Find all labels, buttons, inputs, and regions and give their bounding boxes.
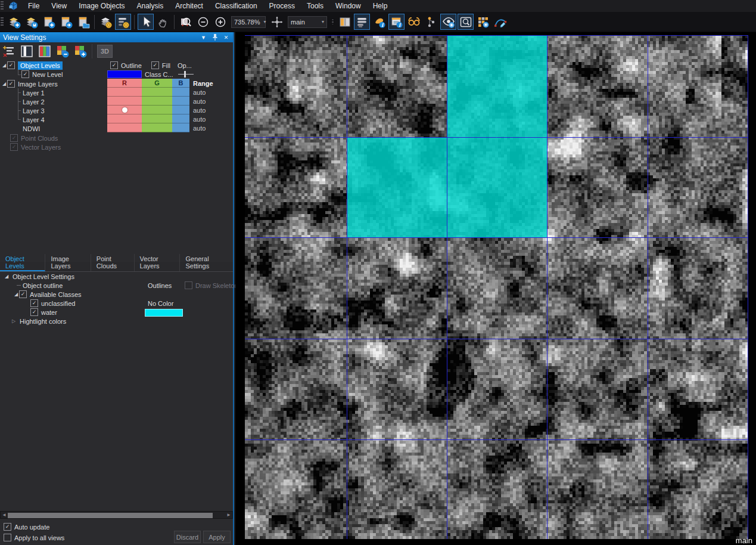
panel-pin-icon[interactable] xyxy=(210,33,219,41)
column-header-r[interactable]: R xyxy=(107,79,142,88)
menu-view[interactable]: View xyxy=(45,1,73,11)
split-window-button[interactable] xyxy=(337,14,353,30)
apply-all-views-checkbox[interactable] xyxy=(4,534,11,541)
expander-icon[interactable]: ◢ xyxy=(13,292,19,297)
unclassified-checkbox[interactable]: ✓ xyxy=(30,299,38,307)
b-cell[interactable] xyxy=(172,114,189,123)
panel-chevron-down-icon[interactable]: ▼ xyxy=(199,33,208,41)
new-project-button[interactable] xyxy=(6,14,22,30)
menu-process[interactable]: Process xyxy=(263,1,301,11)
available-classes-checkbox[interactable]: ✓ xyxy=(19,290,27,298)
settings-row-object-outline[interactable]: Object outline xyxy=(15,281,63,290)
new-level-checkbox[interactable]: ✓ xyxy=(21,70,29,78)
image-layers-checkbox[interactable]: ✓ xyxy=(7,80,15,88)
scrollbar-thumb[interactable] xyxy=(8,513,213,518)
layer-list-button[interactable] xyxy=(354,14,370,30)
bars-coin-button[interactable] xyxy=(115,14,131,30)
tab-general-settings[interactable]: General Settings xyxy=(180,254,233,271)
layers-coin-button[interactable] xyxy=(98,14,114,30)
r-cell[interactable] xyxy=(107,123,142,132)
image-info-button[interactable]: i xyxy=(388,14,405,30)
level-outline-color-swatch[interactable] xyxy=(107,70,142,78)
b-cell[interactable] xyxy=(172,97,189,106)
horizontal-scrollbar[interactable]: ◄ ► xyxy=(0,511,233,519)
zoom-out-button[interactable] xyxy=(195,14,211,30)
discard-button[interactable]: Discard xyxy=(174,531,201,543)
single-layer-grayscale-button[interactable] xyxy=(19,44,35,58)
tree-row-image-layers[interactable]: ◢ ✓ Image Layers xyxy=(1,79,58,88)
mixing-row-layer2[interactable]: auto xyxy=(107,97,226,106)
auto-update-checkbox[interactable]: ✓ xyxy=(4,523,11,531)
menu-classification[interactable]: Classification xyxy=(209,1,263,11)
active-view-select[interactable]: main▾ xyxy=(288,16,327,28)
menu-architect[interactable]: Architect xyxy=(169,1,209,11)
menu-help[interactable]: Help xyxy=(367,1,394,11)
settings-row-available-classes[interactable]: ◢ ✓ Available Classes xyxy=(13,290,82,299)
menu-file[interactable]: File xyxy=(22,1,45,11)
settings-row-highlight-colors[interactable]: ▷ Hightlight colors xyxy=(11,317,66,326)
pan-hand-button[interactable] xyxy=(155,14,171,30)
view-settings-button[interactable] xyxy=(440,14,456,30)
r-cell[interactable] xyxy=(107,114,142,123)
opacity-slider[interactable] xyxy=(178,70,194,78)
satellite-image-canvas[interactable] xyxy=(245,35,748,539)
zoom-in-button[interactable] xyxy=(212,14,228,30)
settings-row-unclassified[interactable]: ✓ unclassified xyxy=(30,299,75,308)
map-view[interactable]: main xyxy=(235,32,756,545)
r-cell[interactable] xyxy=(107,97,142,106)
add-scene-button[interactable] xyxy=(41,14,57,30)
g-cell[interactable] xyxy=(142,123,172,132)
pan-crosshair-button[interactable] xyxy=(269,14,285,30)
g-cell[interactable] xyxy=(142,114,172,123)
mixing-row-layer1[interactable]: auto xyxy=(107,88,226,97)
mixing-row-layer3[interactable]: auto xyxy=(107,106,226,114)
tree-row-ndwi[interactable]: NDWI xyxy=(23,124,40,133)
tree-row-vector-layers[interactable]: ✓ Vector Layers xyxy=(10,143,61,151)
object-info-button[interactable]: i xyxy=(371,14,387,30)
panel-title-bar[interactable]: View Settings ▼ ✕ xyxy=(0,32,233,42)
expander-collapsed-icon[interactable]: ▷ xyxy=(11,318,17,324)
edit-curve-button[interactable] xyxy=(492,14,508,30)
column-header-g[interactable]: G xyxy=(142,79,172,88)
scroll-left-arrow[interactable]: ◄ xyxy=(1,512,8,518)
mixing-row-layer4[interactable]: auto xyxy=(107,114,226,123)
menu-window[interactable]: Window xyxy=(329,1,367,11)
cursor-select-button[interactable] xyxy=(138,14,154,30)
unclassified-color-value[interactable]: No Color xyxy=(148,300,173,307)
edit-layer-mixing-button[interactable] xyxy=(1,44,17,58)
outline-mode-value[interactable]: Outlines xyxy=(148,282,172,289)
tab-vector-layers[interactable]: Vector Layers xyxy=(135,254,181,271)
tab-image-layers[interactable]: Image Layers xyxy=(45,254,91,271)
apply-all-views-option[interactable]: Apply to all views xyxy=(4,534,64,541)
settings-row-root[interactable]: ◢ Object Level Settings xyxy=(4,272,74,281)
preview-window-button[interactable] xyxy=(458,14,474,30)
apply-button[interactable]: Apply xyxy=(203,531,231,543)
tab-object-levels[interactable]: Object Levels xyxy=(0,254,45,271)
tile-settings-button[interactable] xyxy=(475,14,491,30)
column-header-b[interactable]: B xyxy=(172,79,189,88)
g-cell[interactable] xyxy=(142,88,172,97)
view-glasses-button[interactable] xyxy=(406,14,422,30)
menu-tools[interactable]: Tools xyxy=(301,1,329,11)
active-channel-dot[interactable] xyxy=(122,107,127,113)
outline-checkbox[interactable]: ✓ xyxy=(110,61,118,69)
3d-view-button[interactable]: 3D xyxy=(97,45,113,58)
shift-layers-up-button[interactable] xyxy=(73,44,88,58)
expander-icon[interactable]: ◢ xyxy=(4,274,10,279)
mixing-row-ndwi[interactable]: auto xyxy=(107,123,226,132)
expander-icon[interactable]: ◢ xyxy=(1,63,7,68)
slider-handle[interactable] xyxy=(184,71,186,78)
open-project-button[interactable] xyxy=(75,14,91,30)
tree-row-point-clouds[interactable]: ✓ Point Clouds xyxy=(10,134,58,143)
scroll-right-arrow[interactable]: ► xyxy=(225,512,232,518)
b-cell[interactable] xyxy=(172,123,189,132)
menu-analysis[interactable]: Analysis xyxy=(131,1,170,11)
tree-row-new-level[interactable]: ✓ New Level xyxy=(21,70,63,79)
b-cell[interactable] xyxy=(172,88,189,97)
three-layer-rgb-button[interactable] xyxy=(37,44,52,58)
toolbar-grip[interactable] xyxy=(1,17,4,27)
tree-row-layer4[interactable]: Layer 4 xyxy=(23,115,45,124)
tree-row-object-levels[interactable]: ◢ ✓ Object Levels xyxy=(1,61,63,70)
fill-checkbox[interactable]: ✓ xyxy=(151,61,159,69)
r-cell[interactable] xyxy=(107,106,142,114)
